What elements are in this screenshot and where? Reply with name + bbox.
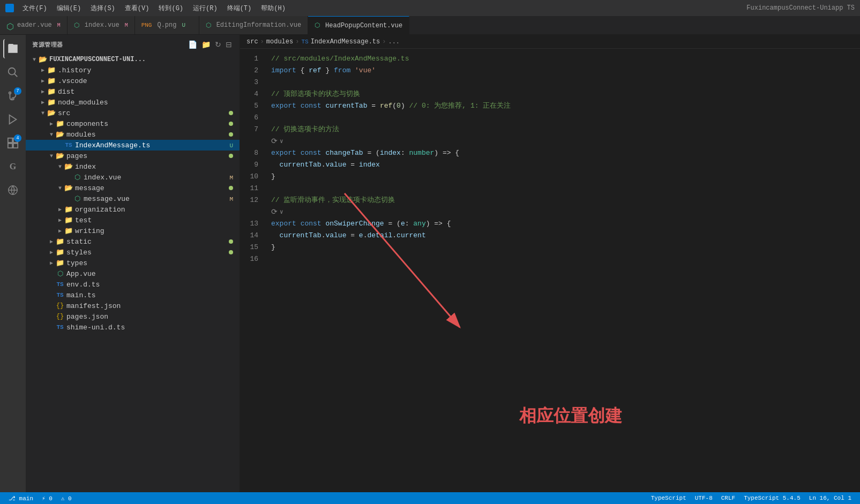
item-label: .history [58,66,240,74]
tree-item-message-vue[interactable]: ▶ ⬡ message.vue M [26,193,240,204]
tree-item-organization[interactable]: ▶ 📁 organization [26,204,240,215]
text-token [321,147,326,159]
text-token: } [321,65,334,77]
text-token [296,100,301,112]
chevron-icon: ▼ [39,109,47,117]
tree-item-static[interactable]: ▶ 📁 static [26,236,240,247]
fold-indicator-2[interactable]: ⟳ ∨ [267,206,860,218]
activity-search[interactable] [3,63,23,82]
tree-item-src[interactable]: ▼ 📂 src [26,108,240,118]
code-line-9: currentTab . value = index [267,159,860,171]
tree-item-history[interactable]: ▶ 📁 .history [26,65,240,76]
status-errors[interactable]: ⚡ 0 [38,495,57,502]
text-token: = ( [363,147,380,159]
code-content[interactable]: // src/modules/IndexAndMessage.ts import… [267,49,860,492]
tree-item-modules[interactable]: ▼ 📂 modules [26,129,240,140]
status-cursor-pos[interactable]: Ln 16, Col 1 [805,495,856,501]
tab-bar: ⬡ eader.vue M ⬡ index.vue M PNG Q.png U … [0,16,860,35]
tree-item-types[interactable]: ▶ 📁 types [26,258,240,268]
fold-indicator-1[interactable]: ⟳ ∨ [267,136,860,147]
text-token [350,65,355,77]
tab-q-png[interactable]: PNG Q.png U [135,16,199,34]
item-label: .vscode [58,77,240,85]
refresh-button[interactable]: ↻ [214,39,222,50]
menu-file[interactable]: 文件(F) [18,3,51,14]
tab-header-vue[interactable]: ⬡ eader.vue M [0,16,68,34]
text-token: . [321,159,326,171]
sidebar-actions[interactable]: 📄 📁 ↻ ⊟ [187,39,233,50]
tree-item-node-modules[interactable]: ▶ 📁 node_modules [26,97,240,108]
tree-item-writing[interactable]: ▶ 📁 writing [26,225,240,236]
tree-badge [229,131,240,139]
tree-item-index-folder[interactable]: ▼ 📂 index [26,161,240,172]
tree-item-message-folder[interactable]: ▼ 📂 message [26,183,240,193]
tree-item-components[interactable]: ▶ 📁 components [26,118,240,129]
tab-index-vue[interactable]: ⬡ index.vue M [68,16,135,34]
tree-item-pages-json[interactable]: ▶ {} pages.json [26,311,240,322]
item-label: message [75,184,229,192]
chevron-icon: ▼ [47,130,56,139]
tree-item-vscode[interactable]: ▶ 📁 .vscode [26,76,240,86]
chevron-icon: ▶ [47,119,56,128]
tree-item-app-vue[interactable]: ▶ ⬡ App.vue [26,268,240,279]
tree-item-main-ts[interactable]: ▶ TS main.ts [26,290,240,300]
activity-gitlen[interactable]: G [3,157,23,176]
menu-select[interactable]: 选择(S) [86,3,119,14]
menu-help[interactable]: 帮助(H) [257,3,290,14]
menu-edit[interactable]: 编辑(E) [53,3,86,14]
vue-icon: ⬡ [315,21,320,29]
collapse-all-button[interactable]: ⊟ [225,39,233,50]
menu-goto[interactable]: 转到(G) [154,3,188,14]
status-line-ending[interactable]: CRLF [717,495,739,501]
text-token: = [346,159,358,171]
tree-item-dist[interactable]: ▶ 📁 dist [26,86,240,97]
status-ts-version[interactable]: TypeScript 5.4.5 [739,495,805,501]
tree-item-shime-uni-d-ts[interactable]: ▶ TS shime-uni.d.ts [26,322,240,333]
new-folder-button[interactable]: 📁 [200,39,212,50]
var-token: current [397,230,426,242]
item-label: node_modules [58,99,240,107]
menu-run[interactable]: 运行(R) [189,3,222,14]
folder-icon: 📁 [56,248,64,257]
tree-item-env-d-ts[interactable]: ▶ TS env.d.ts [26,279,240,290]
activity-remote[interactable] [3,180,23,200]
tab-label: index.vue [85,21,119,29]
tree-item-pages[interactable]: ▼ 📂 pages [26,151,240,161]
code-line-8: export const changeTab = ( index : numbe… [267,147,860,159]
folder-icon: 📁 [47,66,56,74]
chevron-icon: ▶ [56,216,64,224]
tree-root[interactable]: ▼ 📂 FUXINCAMPUSCONNECT-UNI... [26,54,240,65]
status-warnings[interactable]: ⚠ 0 [57,495,76,502]
status-encoding[interactable]: UTF-8 [691,495,717,501]
comment-token: // 顶部选项卡的状态与切换 [271,88,360,100]
status-language[interactable]: TypeScript [647,495,691,501]
chevron-icon: ▶ [47,237,56,246]
func-token: ref [380,100,392,112]
tree-badge [229,184,240,192]
svg-line-2 [14,74,18,77]
tab-editing-vue[interactable]: ⬡ EditingInformation.vue [199,16,308,34]
var-token: currentTab [280,230,321,242]
tree-item-index-vue[interactable]: ▶ ⬡ index.vue M [26,172,240,183]
code-area[interactable]: 1 2 3 4 5 6 7 · 8 9 10 11 12 · 13 14 15 [240,49,860,492]
activity-extensions[interactable]: 4 [3,133,23,153]
folder-icon: 📂 [64,162,73,171]
new-file-button[interactable]: 📄 [187,39,198,50]
titlebar-menu[interactable]: 文件(F) 编辑(E) 选择(S) 查看(V) 转到(G) 运行(R) 终端(T… [18,3,290,14]
tree-item-indexandmessage[interactable]: ▶ TS IndexAndMessage.ts U [26,140,240,151]
text-token: } [271,171,275,183]
item-label: index [75,163,240,171]
item-label: components [66,120,229,128]
menu-view[interactable]: 查看(V) [121,3,154,14]
tree-item-styles[interactable]: ▶ 📁 styles [26,247,240,258]
activity-run[interactable] [3,110,23,129]
status-branch[interactable]: ⎇ main [4,495,38,502]
activity-files[interactable] [3,39,23,58]
text-token: ) => { [434,147,459,159]
menu-terminal[interactable]: 终端(T) [223,3,256,14]
chevron-icon: ▶ [39,66,47,74]
tab-head-popup-vue[interactable]: ⬡ HeadPopupContent.vue [308,16,409,34]
tree-item-test[interactable]: ▶ 📁 test [26,215,240,225]
activity-source-control[interactable]: 7 [3,86,23,106]
tree-item-manifest-json[interactable]: ▶ {} manifest.json [26,300,240,311]
